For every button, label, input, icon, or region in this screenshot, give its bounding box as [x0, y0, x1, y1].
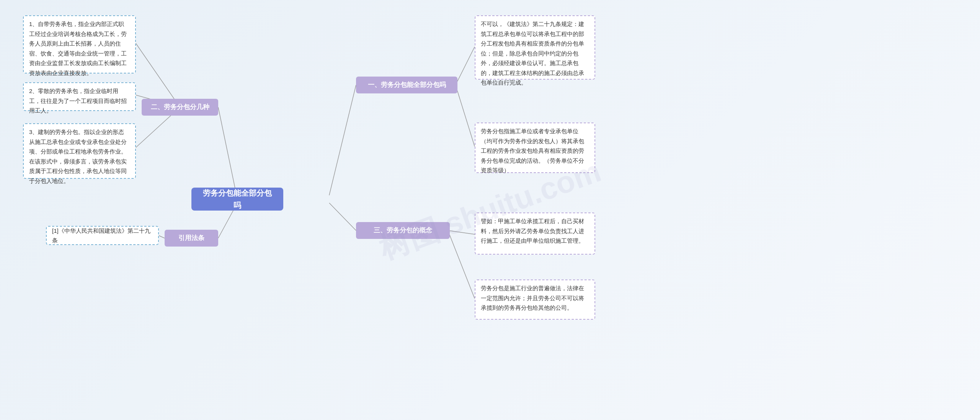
svg-line-0 [218, 107, 237, 199]
svg-line-6 [329, 85, 356, 195]
law-item-1: [1]《中华人民共和国建筑法》第二十九条 [46, 226, 159, 245]
svg-line-8 [456, 85, 475, 147]
left-item-1-text: 1、自带劳务承包，指企业内部正式职工经过企业培训考核合格成为工长，劳务人员原则上… [29, 21, 127, 76]
svg-line-11 [448, 230, 475, 299]
law-item-1-text: [1]《中华人民共和国建筑法》第二十九条 [52, 226, 153, 245]
left-item-2-text: 2、零散的劳务承包，指企业临时用工，往往是为了一个工程项目而临时招用工人。 [29, 88, 127, 114]
right1-item-2: 劳务分包指施工单位或者专业承包单位（均可作为劳务作业的发包人）将其承包工程的劳务… [475, 123, 595, 173]
left-item-3: 3、建制的劳务分包。指以企业的形态从施工总承包企业或专业承包企业处分项、分部或单… [23, 123, 136, 179]
right2-item-1-text: 譬如：甲施工单位承揽工程后，自己买材料，然后另外请乙劳务单位负责找工人进行施工，… [481, 218, 584, 244]
branch-left2-title: 引用法条 [165, 230, 218, 247]
right1-item-1: 不可以，《建筑法》第二十九条规定：建筑工程总承包单位可以将承包工程中的部分工程发… [475, 15, 595, 80]
left-item-1: 1、自带劳务承包，指企业内部正式职工经过企业培训考核合格成为工长，劳务人员原则上… [23, 15, 136, 74]
branch-right2-label: 三、劳务分包的概念 [374, 225, 432, 235]
svg-line-1 [136, 43, 180, 107]
branch-right1-title: 一、劳务分包能全部分包吗 [356, 77, 457, 93]
right2-item-1: 譬如：甲施工单位承揽工程后，自己买材料，然后另外请乙劳务单位负责找工人进行施工，… [475, 212, 595, 255]
right1-item-2-text: 劳务分包指施工单位或者专业承包单位（均可作为劳务作业的发包人）将其承包工程的劳务… [481, 128, 584, 173]
left-item-2: 2、零散的劳务承包，指企业临时用工，往往是为了一个工程项目而临时招用工人。 [23, 82, 136, 111]
svg-line-7 [456, 47, 475, 85]
svg-line-9 [329, 203, 356, 230]
right1-item-1-text: 不可以，《建筑法》第二十九条规定：建筑工程总承包单位可以将承包工程中的部分工程发… [481, 21, 584, 86]
branch-left-title: 二、劳务分包分几种 [142, 99, 218, 116]
branch-left2-label: 引用法条 [178, 233, 204, 243]
left-item-3-text: 3、建制的劳务分包。指以企业的形态从施工总承包企业或专业承包企业处分项、分部或单… [29, 129, 127, 184]
center-node: 劳务分包能全部分包吗 [191, 188, 283, 211]
center-label: 劳务分包能全部分包吗 [201, 187, 274, 211]
svg-line-10 [448, 230, 475, 234]
branch-right1-label: 一、劳务分包能全部分包吗 [368, 80, 446, 90]
right2-item-2: 劳务分包是施工行业的普遍做法，法律在一定范围内允许；并且劳务公司不可以将承揽到的… [475, 279, 595, 320]
branch-left-label: 二、劳务分包分几种 [151, 102, 209, 112]
mind-map-canvas: 树图 shuitu.com 劳务分包能全部分包吗 二、劳务分包分几种 1、自带劳… [0, 0, 980, 420]
branch-right2-title: 三、劳务分包的概念 [356, 222, 450, 239]
right2-item-2-text: 劳务分包是施工行业的普遍做法，法律在一定范围内允许；并且劳务公司不可以将承揽到的… [481, 285, 584, 311]
